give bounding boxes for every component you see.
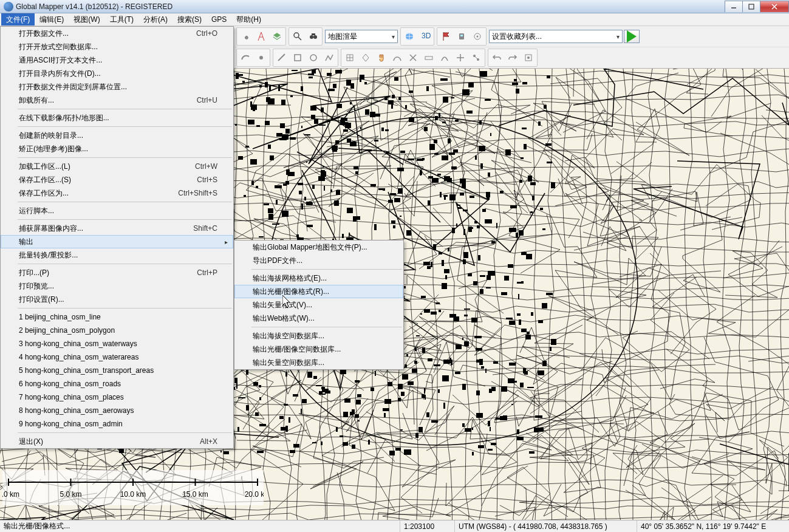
svg-rect-466 — [439, 252, 442, 254]
tool-edit8-icon[interactable] — [468, 50, 484, 66]
tool-digitize-icon[interactable] — [237, 50, 253, 66]
favorites-combo[interactable]: 设置收藏列表... — [489, 30, 623, 43]
file-menu-item-10[interactable]: 矫正(地理参考)图像... — [1, 142, 233, 155]
menu-help[interactable]: 帮助(H) — [231, 13, 266, 26]
svg-rect-716 — [276, 200, 278, 205]
export-submenu-item-8[interactable]: 输出海拔空间数据库... — [234, 329, 403, 343]
tool-draw2-icon[interactable] — [290, 50, 306, 66]
file-menu-item-24[interactable]: 打印设置(R)... — [1, 293, 233, 306]
menu-file[interactable]: 文件(F) — [1, 13, 35, 26]
tool-hand-icon[interactable] — [374, 50, 389, 66]
tool-edit7-icon[interactable] — [453, 50, 468, 66]
file-menu-item-12[interactable]: 加载工作区...(L)Ctrl+W — [1, 160, 233, 173]
tool-edit4-icon[interactable] — [405, 50, 421, 66]
file-menu-item-32[interactable]: 7 hong-kong_china_osm_places — [1, 390, 233, 404]
file-menu-item-3[interactable]: 打开目录内所有文件(D)... — [1, 67, 233, 80]
menu-gps[interactable]: GPS — [207, 13, 231, 26]
file-menu-item-16[interactable]: 运行脚本... — [1, 204, 233, 217]
tool-edit6-icon[interactable] — [437, 50, 453, 66]
play-button[interactable] — [624, 30, 640, 43]
export-submenu-item-0[interactable]: 输出Global Mapper地图包文件(P)... — [234, 240, 403, 254]
export-submenu-item-5[interactable]: 输出矢量格式(V)... — [234, 298, 403, 312]
file-menu-label: 打印...(P) — [19, 268, 180, 278]
menu-edit[interactable]: 编辑(E) — [35, 13, 69, 26]
export-submenu-item-10[interactable]: 输出矢量空间数据库... — [234, 356, 403, 369]
tool-undo-icon[interactable] — [489, 50, 505, 66]
file-menu-item-2[interactable]: 通用ASCII打开文本文件... — [1, 53, 233, 67]
export-submenu-item-3[interactable]: 输出海拔网格格式(E)... — [234, 271, 403, 285]
export-submenu-item-4[interactable]: 输出光栅/图像格式(R)... — [234, 285, 403, 298]
tool-redo-icon[interactable] — [505, 50, 521, 66]
tool-draw3-icon[interactable] — [306, 50, 321, 66]
export-submenu-item-1[interactable]: 导出PDF文件... — [234, 254, 403, 267]
file-menu-item-4[interactable]: 打开数据文件并固定到屏幕位置... — [1, 80, 233, 94]
file-menu-item-20[interactable]: 批量转换/重投影... — [1, 248, 233, 262]
svg-rect-92 — [429, 144, 435, 150]
svg-rect-662 — [343, 442, 348, 446]
file-menu-item-26[interactable]: 1 beijing_china_osm_line — [1, 310, 233, 324]
file-menu-item-31[interactable]: 6 hong-kong_china_osm_roads — [1, 377, 233, 390]
file-menu-item-9[interactable]: 创建新的映射目录... — [1, 129, 233, 142]
svg-rect-791 — [334, 200, 339, 206]
svg-rect-570 — [250, 159, 257, 165]
file-menu-item-34[interactable]: 9 hong-kong_china_osm_admin — [1, 417, 233, 431]
file-menu-item-23[interactable]: 打印预览... — [1, 279, 233, 293]
tool-edit5-icon[interactable] — [421, 50, 437, 66]
file-menu-item-0[interactable]: 打开数据文件...Ctrl+O — [1, 27, 233, 40]
tool-edit3-icon[interactable] — [389, 50, 405, 66]
svg-rect-526 — [398, 384, 403, 389]
tool-draw1-icon[interactable] — [274, 50, 290, 66]
file-menu-item-29[interactable]: 4 hong-kong_china_osm_waterareas — [1, 350, 233, 364]
tool-point-icon[interactable] — [253, 50, 269, 66]
svg-rect-472 — [406, 230, 411, 236]
toolbar-btn-binoculars-icon[interactable] — [306, 29, 321, 44]
file-menu-item-36[interactable]: 退出(X)Alt+X — [1, 435, 233, 448]
file-menu-item-22[interactable]: 打印...(P)Ctrl+P — [1, 266, 233, 279]
svg-rect-688 — [391, 220, 395, 223]
svg-rect-773 — [496, 223, 497, 228]
menu-tools[interactable]: 工具(T) — [105, 13, 138, 26]
toolbar-btn-flag-icon[interactable] — [438, 29, 454, 44]
tool-edit2-icon[interactable] — [358, 50, 374, 66]
export-submenu-item-9[interactable]: 输出光栅/图像空间数据库... — [234, 343, 403, 356]
file-menu-item-13[interactable]: 保存工作区...(S)Ctrl+S — [1, 173, 233, 186]
toolbar-btn-wrench-icon[interactable] — [237, 29, 253, 44]
svg-rect-495 — [440, 192, 442, 197]
toolbar-btn-target-icon[interactable] — [470, 29, 485, 44]
menu-analysis[interactable]: 分析(A) — [138, 13, 172, 26]
export-submenu-item-6[interactable]: 输出Web格式(W)... — [234, 312, 403, 325]
toolbar-btn-layers-icon[interactable] — [269, 29, 285, 44]
file-menu-item-14[interactable]: 保存工作区为...Ctrl+Shift+S — [1, 186, 233, 200]
toolbar-btn-gps-icon[interactable] — [454, 29, 470, 44]
file-menu-item-18[interactable]: 捕获屏幕图像内容...Shift+C — [1, 222, 233, 235]
svg-rect-703 — [463, 259, 466, 264]
menu-view[interactable]: 视图(W) — [69, 13, 104, 26]
toolbar-btn-tower-icon[interactable] — [253, 29, 269, 44]
tool-draw4-icon[interactable] — [321, 50, 337, 66]
toolbar-btn-find-icon[interactable] — [290, 29, 306, 44]
tool-edit1-icon[interactable] — [342, 50, 358, 66]
svg-rect-537 — [509, 228, 516, 232]
file-menu-item-33[interactable]: 8 hong-kong_china_osm_aeroways — [1, 404, 233, 417]
file-menu-item-1[interactable]: 打开开放式空间数据库... — [1, 40, 233, 53]
close-button[interactable] — [760, 1, 789, 12]
file-menu-item-27[interactable]: 2 beijing_china_osm_polygon — [1, 324, 233, 337]
tool-prefs-icon[interactable] — [521, 50, 536, 66]
minimize-button[interactable] — [725, 1, 743, 12]
toolbar-btn-globe-icon[interactable] — [401, 29, 417, 44]
shader-combo[interactable]: 地图渲晕 — [325, 30, 398, 43]
svg-rect-152 — [400, 216, 401, 217]
toolbar-btn-3d-icon[interactable]: 3D — [417, 29, 433, 44]
svg-rect-409 — [523, 368, 526, 373]
file-menu-item-7[interactable]: 在线下载影像/拓扑/地形图... — [1, 111, 233, 124]
file-menu-item-28[interactable]: 3 hong-kong_china_osm_waterways — [1, 337, 233, 350]
svg-rect-215 — [384, 97, 388, 100]
svg-rect-6 — [312, 33, 315, 35]
menu-search[interactable]: 搜索(S) — [172, 13, 207, 26]
file-menu-item-30[interactable]: 5 hong-kong_china_osm_transport_areas — [1, 364, 233, 377]
file-menu-item-19[interactable]: 输出 — [1, 235, 233, 248]
maximize-button[interactable] — [742, 1, 760, 12]
svg-text:5.0 km: 5.0 km — [60, 490, 81, 499]
svg-rect-782 — [251, 104, 257, 110]
file-menu-item-5[interactable]: 卸载所有...Ctrl+U — [1, 94, 233, 107]
